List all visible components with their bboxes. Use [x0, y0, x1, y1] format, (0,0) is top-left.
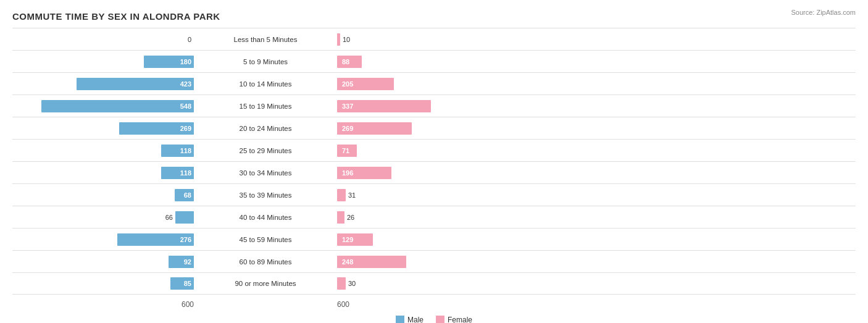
female-value-label: 26 [347, 214, 354, 221]
table-row: 26920 to 24 Minutes269 [12, 117, 856, 139]
row-label: 20 to 24 Minutes [198, 125, 333, 132]
table-row: 27645 to 59 Minutes129 [12, 228, 856, 250]
male-bar: 269 [119, 122, 194, 135]
table-row: 54815 to 19 Minutes337 [12, 94, 856, 117]
male-bar: 68 [175, 189, 194, 201]
male-side: 423 [12, 78, 198, 90]
row-label: 45 to 59 Minutes [198, 236, 333, 243]
chart-legend: Male Female [12, 316, 856, 323]
male-bar: 118 [161, 145, 194, 157]
axis-row: 600 600 [12, 297, 856, 312]
male-side: 66 [12, 211, 198, 224]
female-side: 196 [333, 167, 519, 179]
male-side: 118 [12, 145, 198, 157]
table-row: 9260 to 89 Minutes248 [12, 250, 856, 272]
male-side: 180 [12, 56, 198, 68]
legend-female: Female [436, 316, 472, 323]
female-bar: 269 [337, 122, 412, 135]
table-row: 1805 to 9 Minutes88 [12, 50, 856, 72]
female-side: 129 [333, 233, 519, 246]
female-bar-value: 205 [340, 80, 356, 88]
female-bar-value: 248 [340, 258, 356, 266]
male-side: 92 [12, 256, 198, 268]
female-side: 71 [333, 145, 519, 157]
row-label: 35 to 39 Minutes [198, 191, 333, 199]
female-side: 205 [333, 78, 519, 90]
table-row: 42310 to 14 Minutes205 [12, 72, 856, 94]
female-bar: 205 [337, 78, 394, 90]
female-bar [337, 33, 340, 46]
legend-male: Male [396, 316, 424, 323]
male-value-label: 66 [165, 214, 173, 221]
male-side: 85 [12, 277, 198, 290]
female-side: 30 [333, 277, 519, 290]
male-bar-value: 276 [178, 236, 194, 243]
female-bar: 196 [337, 167, 391, 179]
female-bar-value: 71 [340, 147, 352, 154]
female-bar [337, 189, 346, 201]
row-label: 5 to 9 Minutes [198, 58, 333, 65]
row-label: 60 to 89 Minutes [198, 258, 333, 266]
axis-left-label: 600 [12, 300, 198, 309]
male-bar-value: 269 [178, 125, 194, 132]
male-bar-value: 423 [178, 80, 194, 88]
male-bar: 85 [170, 277, 194, 290]
female-side: 337 [333, 100, 519, 112]
female-side: 88 [333, 56, 519, 68]
female-bar: 337 [337, 100, 431, 112]
male-bar: 276 [117, 233, 194, 246]
chart-title: COMMUTE TIME BY SEX IN ALONDRA PARK [12, 11, 856, 22]
male-bar-value: 92 [182, 258, 194, 266]
row-label: 40 to 44 Minutes [198, 214, 333, 221]
row-label: 15 to 19 Minutes [198, 103, 333, 110]
male-bar: 92 [169, 256, 194, 268]
male-side: 548 [12, 100, 198, 112]
male-bar: 423 [77, 78, 194, 90]
male-bar-value: 85 [182, 280, 194, 287]
female-bar: 88 [337, 56, 362, 68]
male-bar-value: 118 [178, 147, 194, 154]
male-bar-value: 548 [178, 103, 194, 110]
table-row: 11830 to 34 Minutes196 [12, 161, 856, 183]
female-bar-value: 129 [340, 236, 356, 243]
female-bar: 129 [337, 233, 373, 246]
table-row: 8590 or more Minutes30 [12, 272, 856, 295]
row-label: 90 or more Minutes [198, 280, 333, 287]
male-side: 276 [12, 233, 198, 246]
male-value-label: 0 [188, 36, 191, 43]
male-bar: 118 [161, 167, 194, 179]
female-bar-value: 269 [340, 125, 356, 132]
female-bar [337, 277, 346, 290]
male-legend-label: Male [407, 316, 424, 323]
female-bar-value: 196 [340, 169, 356, 177]
male-bar-value: 118 [178, 169, 194, 177]
axis-right-label: 600 [333, 300, 519, 309]
female-value-label: 10 [343, 36, 350, 43]
male-side: 0 [12, 36, 198, 43]
source-label: Source: ZipAtlas.com [791, 9, 856, 16]
female-value-label: 31 [348, 191, 356, 199]
female-legend-box [436, 316, 444, 323]
row-label: 25 to 29 Minutes [198, 147, 333, 154]
male-bar-value: 180 [178, 58, 194, 65]
female-side: 26 [333, 211, 519, 224]
chart-container: COMMUTE TIME BY SEX IN ALONDRA PARK Sour… [0, 0, 868, 323]
female-side: 269 [333, 122, 519, 135]
table-row: 0Less than 5 Minutes10 [12, 28, 856, 50]
male-bar-value: 68 [182, 191, 194, 199]
male-legend-box [396, 316, 404, 323]
female-bar [337, 211, 344, 224]
female-side: 31 [333, 189, 519, 201]
male-side: 269 [12, 122, 198, 135]
male-bar: 548 [41, 100, 194, 112]
male-side: 118 [12, 167, 198, 179]
male-bar: 180 [144, 56, 194, 68]
table-row: 6835 to 39 Minutes31 [12, 183, 856, 206]
female-legend-label: Female [448, 316, 472, 323]
female-side: 248 [333, 256, 519, 268]
female-bar-value: 88 [340, 58, 352, 65]
row-label: 30 to 34 Minutes [198, 169, 333, 177]
table-row: 11825 to 29 Minutes71 [12, 139, 856, 161]
chart-area: 0Less than 5 Minutes101805 to 9 Minutes8… [12, 28, 856, 295]
male-bar [175, 211, 194, 224]
